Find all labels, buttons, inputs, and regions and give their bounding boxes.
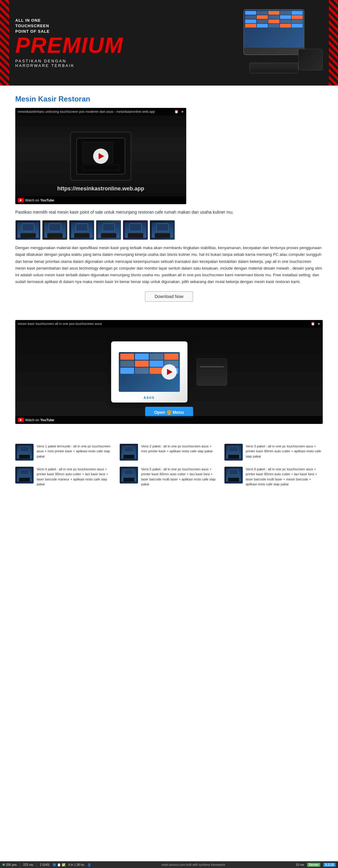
pkg-body-3 xyxy=(228,455,239,459)
mini-screen-5 xyxy=(130,223,142,231)
pkg-screen-4 xyxy=(20,469,29,475)
main-content: Mesin Kasir Restoran mesinkasirterbaru u… xyxy=(0,86,338,320)
package-image-inner-3 xyxy=(226,445,241,459)
video1-top-icons: ⏰➤ xyxy=(174,110,184,114)
packages-grid: Versi 1 paket termurah : all in one pc t… xyxy=(15,444,323,487)
video2-play-button[interactable] xyxy=(162,364,177,380)
package-text-3: Versi 3 paket : all in one pc touchscree… xyxy=(246,444,323,459)
package-image-inner-2 xyxy=(122,445,136,459)
play-triangle-icon xyxy=(99,153,104,159)
package-item-3: Versi 3 paket : all in one pc touchscree… xyxy=(225,444,323,461)
package-text-4: Versi 4 paket : all in one pc touchscree… xyxy=(37,467,113,487)
section1-long-desc: Dengan menggunakan material dan spesifik… xyxy=(15,245,323,285)
thumb-inner-2 xyxy=(44,222,66,238)
package-text-1: Versi 1 paket termurah : all in one pc t… xyxy=(37,444,113,459)
image-thumb-2 xyxy=(42,220,67,240)
yt-play-icon2 xyxy=(20,419,22,421)
mini-body-5 xyxy=(128,233,143,238)
mini-body-6 xyxy=(155,233,170,238)
video1-container[interactable]: mesinkasirterbaru unboxing touchscreen p… xyxy=(15,108,186,204)
package-image-3 xyxy=(225,444,243,461)
video2-bottom-bar: Watch on YouTube xyxy=(15,416,323,424)
youtube-icon1 xyxy=(18,198,24,202)
printer-slot xyxy=(200,366,224,367)
pkg-body-6 xyxy=(228,478,239,482)
pkg-screen-6 xyxy=(229,469,238,475)
video1-thumbnail: mesinkasirterbaru unboxing touchscreen p… xyxy=(15,108,186,204)
thumb-inner-3 xyxy=(71,222,93,238)
package-image-2 xyxy=(120,444,138,461)
package-image-1 xyxy=(15,444,34,461)
image-thumb-3 xyxy=(69,220,94,240)
pkg-body-5 xyxy=(123,478,134,482)
package-image-6 xyxy=(225,467,243,484)
mini-screen-3 xyxy=(76,223,88,231)
hero-badge: ALL IN ONE TOUCHSCREEN POINT OF SALE xyxy=(15,18,323,34)
video1-url-overlay: https://mesinkastronline.web.app xyxy=(57,186,144,192)
video2-title-text: mesin kasir touchscreen all in one pos t… xyxy=(18,322,102,326)
package-image-inner-4 xyxy=(17,468,32,482)
hero-content: ALL IN ONE TOUCHSCREEN POINT OF SALE PRE… xyxy=(0,8,338,77)
hero-banner: ALL IN ONE TOUCHSCREEN POINT OF SALE PRE… xyxy=(0,0,338,86)
pkg-body-2 xyxy=(123,455,134,459)
pkg-screen-5 xyxy=(124,469,133,475)
image-thumb-1 xyxy=(15,220,41,240)
pkg-screen-3 xyxy=(229,446,238,452)
thumb-inner-6 xyxy=(152,222,173,238)
yt-play-icon1 xyxy=(20,199,22,202)
pkg-body-1 xyxy=(19,455,30,459)
pos-printer-unit xyxy=(197,358,227,386)
section1-short-desc: Pastikan memilih real mesin kasir point … xyxy=(15,209,323,215)
package-image-4 xyxy=(15,467,34,484)
image-thumb-4 xyxy=(96,220,121,240)
thumb-inner-4 xyxy=(98,222,120,238)
package-image-inner-6 xyxy=(226,468,241,482)
package-item-5: Versi 5 paket : all in one pc touchscree… xyxy=(120,467,218,487)
package-text-2: Versi 2 paket : all in one pc touchscree… xyxy=(141,444,218,454)
hero-premium-title: PREMIUM xyxy=(15,34,323,56)
thumb-inner-5 xyxy=(125,222,146,238)
video2-top-icons: ⏰➤ xyxy=(311,322,320,326)
package-item-2: Versi 2 paket : all in one pc touchscree… xyxy=(120,444,218,461)
thumb-inner-1 xyxy=(18,222,39,238)
package-text-5: Versi 5 paket : all in one pc touchscree… xyxy=(141,467,218,487)
mini-screen-6 xyxy=(156,223,169,231)
section2: mesin kasir touchscreen all in one pos t… xyxy=(0,320,338,438)
mini-body-1 xyxy=(21,233,36,238)
video1-title-text: mesinkasirterbaru unboxing touchscreen p… xyxy=(18,110,155,114)
pos-brand-label: ASUS xyxy=(144,396,155,400)
mini-screen-2 xyxy=(49,223,61,231)
play-triangle-icon2 xyxy=(167,369,172,375)
download-now-button[interactable]: Download Now xyxy=(145,291,193,302)
package-text-6: Versi 6 paket : all in one pc touchscree… xyxy=(246,467,323,487)
packages-section: Versi 1 paket termurah : all in one pc t… xyxy=(0,438,338,493)
mini-body-3 xyxy=(74,233,90,238)
mini-body-4 xyxy=(101,233,116,238)
youtube-logo1[interactable]: Watch on YouTube xyxy=(18,198,54,202)
video2-thumbnail: mesin kasir touchscreen all in one pos t… xyxy=(15,320,323,424)
hero-subtitle: PASTIKAN DENGAN HARDRWARE TERBAIK xyxy=(15,59,323,68)
pkg-screen-1 xyxy=(20,446,29,452)
pkg-body-4 xyxy=(19,478,30,482)
youtube-logo2[interactable]: Watch on YouTube xyxy=(18,418,54,422)
package-item-4: Versi 4 paket : all in one pc touchscree… xyxy=(15,467,113,487)
mini-screen-4 xyxy=(103,223,115,231)
video2-top-bar: mesin kasir touchscreen all in one pos t… xyxy=(15,320,323,328)
package-image-5 xyxy=(120,467,138,484)
image-thumb-6 xyxy=(149,220,175,240)
package-image-inner-1 xyxy=(17,445,32,459)
video1-top-bar: mesinkasirterbaru unboxing touchscreen p… xyxy=(15,108,186,116)
youtube-icon2 xyxy=(18,418,24,422)
pkg-screen-2 xyxy=(124,446,133,452)
mini-screen-1 xyxy=(22,223,34,231)
image-grid xyxy=(15,220,323,240)
section1-title: Mesin Kasir Restoran xyxy=(15,95,323,103)
download-btn-container: Download Now xyxy=(15,291,323,302)
mini-body-2 xyxy=(47,233,63,238)
video1-play-button[interactable] xyxy=(93,149,108,164)
video2-container[interactable]: mesin kasir touchscreen all in one pos t… xyxy=(15,320,323,424)
image-thumb-5 xyxy=(123,220,148,240)
package-image-inner-5 xyxy=(122,468,136,482)
video1-bottom-bar: Watch on YouTube xyxy=(15,196,186,204)
package-item-6: Versi 6 paket : all in one pc touchscree… xyxy=(225,467,323,487)
